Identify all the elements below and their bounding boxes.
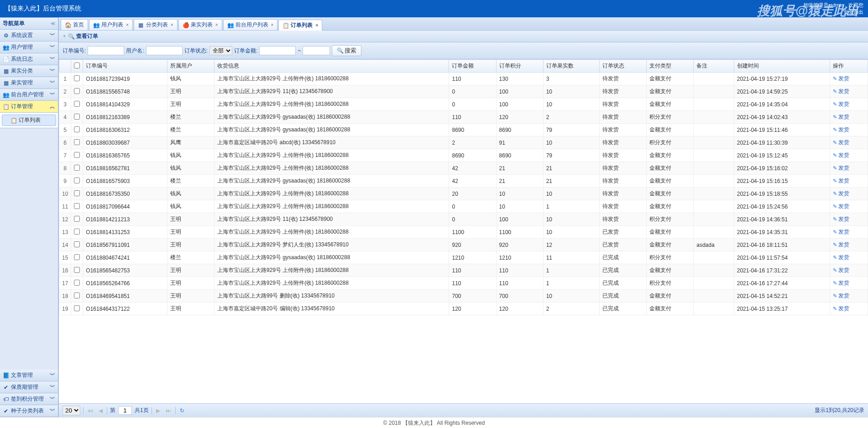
row-checkbox[interactable]: [74, 88, 80, 94]
col-header[interactable]: 订单金额: [449, 60, 496, 73]
user-input[interactable]: [146, 46, 183, 55]
row-checkbox[interactable]: [74, 165, 80, 171]
ship-link[interactable]: ✎发货: [833, 228, 849, 236]
tab-前台用户列表[interactable]: 👥前台用户列表×: [223, 19, 278, 30]
table-row[interactable]: 3O1618814104329王明上海市宝山区上大路929号 上传附件(收) 1…: [59, 98, 868, 111]
table-row[interactable]: 8O1618816562781钱风上海市宝山区上大路929号 上传附件(收) 1…: [59, 162, 868, 175]
select-all-checkbox[interactable]: [74, 63, 80, 68]
amount-min-input[interactable]: [259, 46, 296, 55]
ship-link[interactable]: ✎发货: [833, 305, 849, 313]
ship-link[interactable]: ✎发货: [833, 279, 849, 287]
col-header[interactable]: 操作: [830, 60, 868, 73]
sidebar-item-种子分类列表[interactable]: ✔种子分类列表︾: [0, 405, 58, 417]
table-wrap[interactable]: 订单编号所属用户收货信息订单金额订单积分订单果实数订单状态支付类型备注创建时间操…: [59, 59, 868, 403]
col-header[interactable]: 支付类型: [647, 60, 694, 73]
first-page-button[interactable]: ⏮: [86, 407, 94, 414]
row-checkbox[interactable]: [74, 241, 80, 247]
col-header[interactable]: 创建时间: [734, 60, 830, 73]
order-no-input[interactable]: [88, 46, 124, 55]
tab-用户列表[interactable]: 👥用户列表×: [89, 19, 133, 30]
row-checkbox[interactable]: [74, 75, 80, 81]
close-icon[interactable]: ×: [171, 22, 173, 27]
row-checkbox[interactable]: [74, 114, 80, 120]
col-header[interactable]: 订单编号: [83, 60, 167, 73]
nav-menu-header[interactable]: 导航菜单 ≪: [0, 17, 58, 30]
col-header[interactable]: 订单积分: [496, 60, 543, 73]
row-checkbox[interactable]: [74, 126, 80, 132]
col-header[interactable]: 订单状态: [600, 60, 647, 73]
ship-link[interactable]: ✎发货: [833, 254, 849, 261]
ship-link[interactable]: ✎发货: [833, 126, 849, 134]
tab-订单列表[interactable]: 📋订单列表×: [278, 20, 322, 31]
table-row[interactable]: 14O1618567911091王明上海市宝山区上大路929号 梦幻人生(收) …: [59, 239, 868, 251]
ship-link[interactable]: ✎发货: [833, 241, 849, 249]
ship-link[interactable]: ✎发货: [833, 177, 849, 185]
table-row[interactable]: 1O1618817239419钱风上海市宝山区上大路929号 上传附件(收) 1…: [59, 73, 868, 85]
sidebar-item-果实分类[interactable]: ▦果实分类︾: [0, 65, 58, 77]
table-row[interactable]: 2O1618815565748王明上海市宝山区上大路929号 11(收) 123…: [59, 85, 868, 98]
col-header[interactable]: 备注: [694, 60, 734, 73]
row-checkbox[interactable]: [74, 216, 80, 222]
table-row[interactable]: 5O1618816306312楼兰上海市宝山区上大路929号 gysaadas(…: [59, 124, 868, 136]
ship-link[interactable]: ✎发货: [833, 100, 849, 108]
col-header[interactable]: [59, 60, 71, 73]
table-row[interactable]: 16O1618565482753王明上海市宝山区上大路929号 上传附件(收) …: [59, 264, 868, 277]
table-row[interactable]: 19O1618464317122王明上海市嘉定区城中路20号 编辑(收) 133…: [59, 303, 868, 315]
ship-link[interactable]: ✎发货: [833, 88, 849, 95]
ship-link[interactable]: ✎发货: [833, 151, 849, 159]
sidebar-item-订单管理[interactable]: 📋订单管理︽: [0, 101, 58, 113]
row-checkbox[interactable]: [74, 229, 80, 235]
ship-link[interactable]: ✎发货: [833, 266, 849, 274]
ship-link[interactable]: ✎发货: [833, 113, 849, 121]
refresh-button[interactable]: ↻: [178, 407, 186, 414]
sidebar-item-用户管理[interactable]: 👥用户管理︾: [0, 42, 58, 53]
sidebar-item-前台用户管理[interactable]: 👥前台用户管理︾: [0, 89, 58, 101]
tab-分类列表[interactable]: ▦分类列表×: [134, 19, 178, 30]
close-icon[interactable]: ×: [315, 23, 318, 28]
col-header[interactable]: 收货信息: [214, 60, 449, 73]
close-icon[interactable]: ×: [215, 22, 218, 27]
col-header[interactable]: 所属用户: [167, 60, 214, 73]
tab-果实列表[interactable]: 🍎果实列表×: [178, 19, 222, 30]
last-page-button[interactable]: ⏭: [164, 407, 173, 414]
row-checkbox[interactable]: [74, 305, 80, 311]
row-checkbox[interactable]: [74, 254, 80, 260]
table-row[interactable]: 6O1618803039687凤鹰上海市嘉定区城中路20号 abcd(收) 13…: [59, 136, 868, 149]
status-select[interactable]: 全部: [209, 46, 232, 55]
prev-page-button[interactable]: ◀: [97, 407, 104, 414]
ship-link[interactable]: ✎发货: [833, 215, 849, 223]
table-row[interactable]: 7O1618816365765钱风上海市宝山区上大路929号 上传附件(收) 1…: [59, 149, 868, 162]
table-row[interactable]: 18O1618469541851王明上海市宝山区上大路99号 删除(收) 133…: [59, 290, 868, 303]
ship-link[interactable]: ✎发货: [833, 292, 849, 300]
row-checkbox[interactable]: [74, 139, 80, 145]
table-row[interactable]: 11O1618817096644钱风上海市宝山区上大路929号 上传附件(收) …: [59, 200, 868, 213]
ship-link[interactable]: ✎发货: [833, 139, 849, 146]
sidebar-sub-订单列表[interactable]: 📋订单列表: [2, 115, 56, 126]
page-input[interactable]: [118, 406, 132, 415]
row-checkbox[interactable]: [74, 203, 80, 209]
close-icon[interactable]: ×: [271, 22, 274, 27]
table-row[interactable]: 9O1618816575903楼兰上海市宝山区上大路929号 gysaadas(…: [59, 175, 868, 188]
row-checkbox[interactable]: [74, 177, 80, 183]
table-row[interactable]: 15O1618804674241楼兰上海市宝山区上大路929号 gysaadas…: [59, 251, 868, 264]
sidebar-item-系统设置[interactable]: ⚙系统设置︾: [0, 30, 58, 42]
sidebar-item-果实管理[interactable]: ▦果实管理︾: [0, 77, 58, 89]
col-header[interactable]: 订单果实数: [543, 60, 599, 73]
page-size-select[interactable]: 20: [63, 406, 80, 415]
row-checkbox[interactable]: [74, 267, 80, 273]
ship-link[interactable]: ✎发货: [833, 75, 849, 83]
close-icon[interactable]: ×: [126, 22, 129, 27]
row-checkbox[interactable]: [74, 190, 80, 196]
table-row[interactable]: 12O1618814211213王明上海市宝山区上大路929号 11(收) 12…: [59, 213, 868, 226]
table-row[interactable]: 10O1618816735350钱风上海市宝山区上大路929号 上传附件(收) …: [59, 188, 868, 200]
sidebar-item-签到积分管理[interactable]: 🏷签到积分管理︾: [0, 393, 58, 405]
logout-link[interactable]: 安全退出: [843, 9, 863, 15]
ship-link[interactable]: ✎发货: [833, 203, 849, 210]
sidebar-item-保质期管理[interactable]: ✔保质期管理︾: [0, 381, 58, 393]
table-row[interactable]: 17O1618565264766王明上海市宝山区上大路929号 上传附件(收) …: [59, 277, 868, 290]
row-checkbox[interactable]: [74, 292, 80, 298]
amount-max-input[interactable]: [303, 46, 330, 55]
ship-link[interactable]: ✎发货: [833, 190, 849, 198]
next-page-button[interactable]: ▶: [155, 407, 162, 414]
row-checkbox[interactable]: [74, 280, 80, 286]
